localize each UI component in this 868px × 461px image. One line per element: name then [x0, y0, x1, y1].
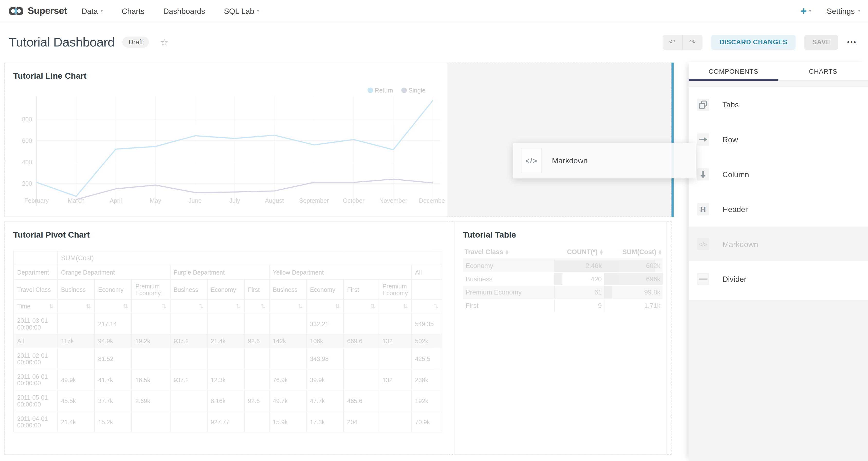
pivot-value-cell	[207, 348, 244, 369]
pivot-corner-cell	[13, 251, 57, 265]
column-header-sum-cost-[interactable]: SUM(Cost)▲▼	[604, 245, 662, 259]
superset-brand[interactable]: Superset	[0, 5, 67, 16]
pivot-value-cell	[379, 348, 411, 369]
sort-icon[interactable]: ⇅	[298, 303, 303, 310]
sort-icon[interactable]: ⇅	[198, 303, 204, 310]
sort-icon[interactable]: ⇅	[433, 303, 438, 310]
pivot-value-cell: 937.2	[170, 334, 207, 348]
nav-item-dashboards[interactable]: Dashboards	[163, 6, 205, 15]
pivot-value-cell	[207, 313, 244, 334]
pivot-time-label[interactable]: Time⇅	[13, 299, 57, 313]
save-button[interactable]: SAVE	[805, 35, 838, 50]
pivot-value-cell	[170, 411, 207, 432]
new-item-button[interactable]: + ▾	[801, 6, 811, 16]
pivot-data-row: 2011-03-01 00:00:00217.14332.21549.35	[13, 313, 442, 334]
pivot-value-cell: 17.3k	[306, 411, 344, 432]
cell-text: 420	[555, 275, 603, 283]
favorite-star-icon[interactable]: ☆	[160, 36, 168, 48]
pivot-sort-cell[interactable]: ⇅	[411, 299, 442, 313]
chevron-down-icon: ▾	[100, 8, 103, 13]
sidebar-item-tabs[interactable]: Tabs	[689, 87, 868, 122]
svg-text:H: H	[700, 205, 706, 213]
svg-text:April: April	[110, 197, 122, 204]
pivot-sort-cell[interactable]: ⇅	[170, 299, 207, 313]
pivot-class-header: Economy	[207, 279, 244, 299]
svg-text:400: 400	[22, 159, 32, 165]
discard-changes-button[interactable]: DISCARD CHANGES	[711, 35, 796, 50]
nav-item-sql-lab[interactable]: SQL Lab▾	[224, 6, 259, 15]
data-table: Travel Class▲▼COUNT(*)▲▼SUM(Cost)▲▼Econo…	[463, 245, 662, 312]
pivot-sort-cell[interactable]: ⇅	[132, 299, 170, 313]
column-header-count-[interactable]: COUNT(*)▲▼	[554, 245, 604, 259]
pivot-sort-cell[interactable]: ⇅	[269, 299, 306, 313]
nav-item-data[interactable]: Data▾	[82, 6, 103, 15]
tab-charts[interactable]: CHARTS	[778, 62, 868, 80]
pivot-value-cell	[170, 390, 207, 411]
value-cell: 420	[554, 272, 604, 285]
nav-item-label: Charts	[122, 6, 145, 15]
nav-item-charts[interactable]: Charts	[122, 6, 145, 15]
sidebar-item-label: Divider	[722, 274, 747, 283]
row-label-cell: Economy	[463, 259, 554, 272]
svg-text:November: November	[379, 197, 407, 204]
pivot-sort-cell[interactable]: ⇅	[306, 299, 344, 313]
undo-button[interactable]: ↶	[662, 35, 683, 50]
plus-icon: +	[801, 6, 807, 16]
pivot-value-cell: 106k	[306, 334, 344, 348]
sort-icon[interactable]: ⇅	[49, 303, 54, 310]
sort-icon[interactable]: ⇅	[260, 303, 266, 310]
sort-icon[interactable]: ⇅	[123, 303, 128, 310]
sort-icon[interactable]: ⇅	[86, 303, 91, 310]
pivot-sort-cell[interactable]: ⇅	[94, 299, 132, 313]
value-cell: 2.46k	[554, 259, 604, 272]
drag-preview-markdown[interactable]: </> Markdown	[513, 143, 696, 178]
pivot-value-cell: 15.9k	[269, 411, 306, 432]
pivot-value-cell	[269, 313, 306, 334]
cell-text: First	[465, 302, 553, 309]
cell-text: Business	[465, 275, 553, 283]
sort-carets-icon[interactable]: ▲▼	[600, 250, 603, 255]
sidebar-item-markdown[interactable]: </>Markdown	[689, 226, 868, 261]
chevron-down-icon: ▾	[257, 8, 259, 13]
sort-carets-icon[interactable]: ▲▼	[658, 250, 661, 255]
column-header-label: Travel Class	[465, 248, 503, 256]
pivot-value-cell: 81.52	[94, 348, 132, 369]
sort-icon[interactable]: ⇅	[335, 303, 340, 310]
pivot-value-cell: 927.77	[207, 411, 244, 432]
sort-icon[interactable]: ⇅	[236, 303, 241, 310]
pivot-row-label: 2011-03-01 00:00:00	[13, 313, 57, 334]
redo-button[interactable]: ↷	[683, 35, 703, 50]
sidebar-item-label: Row	[722, 135, 738, 144]
overflow-menu-button[interactable]: •••	[847, 39, 857, 45]
pivot-chart-card[interactable]: Tutorial Pivot Chart SUM(Cost)Department…	[4, 221, 447, 455]
svg-text:September: September	[299, 197, 329, 204]
line-chart-card[interactable]: Tutorial Line Chart 200400600800February…	[4, 63, 447, 217]
pivot-sort-cell[interactable]: ⇅	[344, 299, 379, 313]
svg-text:Single: Single	[409, 87, 426, 94]
pivot-sort-cell[interactable]: ⇅	[207, 299, 244, 313]
superset-dashboard-editor: Superset Data▾ChartsDashboardsSQL Lab▾ +…	[0, 0, 868, 461]
pivot-value-cell: 70.9k	[411, 411, 442, 432]
sort-icon[interactable]: ⇅	[161, 303, 166, 310]
sidebar-item-column[interactable]: Column	[689, 157, 868, 191]
sort-icon[interactable]: ⇅	[403, 303, 408, 310]
tab-components[interactable]: COMPONENTS	[689, 62, 778, 80]
sidebar-item-divider[interactable]: Divider	[689, 262, 868, 296]
pivot-sort-cell[interactable]: ⇅	[57, 299, 95, 313]
sort-carets-icon[interactable]: ▲▼	[505, 250, 508, 255]
nav-right: + ▾ Settings ▾	[801, 6, 868, 16]
sort-icon[interactable]: ⇅	[370, 303, 375, 310]
pivot-data-row: All117k94.9k19.2k937.221.4k92.6142k106k6…	[13, 334, 442, 348]
column-header-label: SUM(Cost)	[622, 248, 656, 256]
settings-menu[interactable]: Settings ▾	[827, 6, 860, 15]
column-header-travel-class[interactable]: Travel Class▲▼	[463, 245, 554, 259]
svg-text:February: February	[24, 197, 49, 204]
data-table-card[interactable]: Tutorial Table Travel Class▲▼COUNT(*)▲▼S…	[454, 221, 667, 455]
sidebar-item-row[interactable]: Row	[689, 122, 868, 156]
pivot-sort-cell[interactable]: ⇅	[379, 299, 411, 313]
sidebar-item-header[interactable]: HHeader	[689, 191, 868, 226]
pivot-value-cell: 8.16k	[207, 390, 244, 411]
chart-title: Tutorial Pivot Chart	[13, 230, 90, 239]
page-title[interactable]: Tutorial Dashboard	[9, 35, 115, 50]
pivot-sort-cell[interactable]: ⇅	[244, 299, 269, 313]
